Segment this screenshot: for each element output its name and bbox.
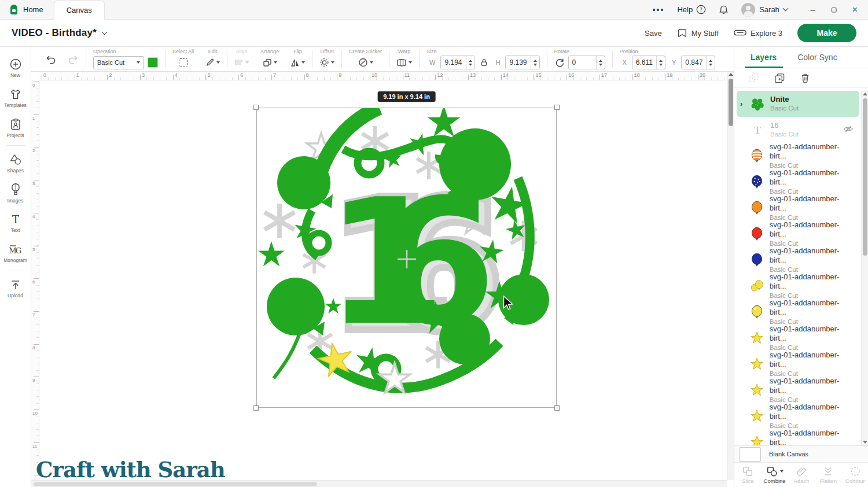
project-title[interactable]: VIDEO - Birthday* <box>12 27 106 39</box>
rotate-icon[interactable] <box>554 57 565 68</box>
save-button[interactable]: Save <box>645 29 662 38</box>
expand-chevron-icon[interactable]: › <box>740 99 749 108</box>
canvas-tab[interactable]: Canvas <box>54 0 105 20</box>
sidebar-item-text[interactable]: T Text <box>0 208 31 238</box>
sidebar-item-new[interactable]: New <box>0 53 31 83</box>
layer-row[interactable]: svg-01-addanumber-birt... Basic Cut <box>734 221 862 247</box>
sidebar-item-shapes[interactable]: Shapes <box>0 148 31 178</box>
sidebar-item-templates[interactable]: Templates <box>0 83 31 113</box>
sidebar-item-monogram[interactable]: MG Monogram <box>0 238 31 268</box>
undo-button[interactable] <box>45 54 57 65</box>
window-maximize-button[interactable] <box>830 6 837 13</box>
canvas-horizontal-scrollbar[interactable] <box>31 480 727 487</box>
window-close-button[interactable]: × <box>852 5 858 15</box>
ruler-h-number: 7 <box>273 72 276 78</box>
layer-row[interactable]: svg-01-addanumber-birt... Basic Cut <box>734 143 862 169</box>
layer-row[interactable]: T 16 Basic Cut <box>734 117 862 143</box>
ruler-v-number: 7 <box>32 312 35 318</box>
scrollbar-thumb[interactable] <box>729 79 733 126</box>
flip-button[interactable] <box>290 58 305 67</box>
rotate-input[interactable]: 0 <box>568 56 605 69</box>
layer-thumbnail <box>749 382 765 399</box>
arrange-caret-icon <box>274 61 277 64</box>
layer-row[interactable]: svg-01-addanumber-birt... Basic Cut <box>734 325 862 351</box>
operation-select[interactable]: Basic Cut <box>93 56 144 69</box>
rotate-stepper[interactable] <box>596 56 605 69</box>
height-stepper[interactable] <box>531 56 539 69</box>
offset-button[interactable] <box>319 58 334 67</box>
height-input[interactable]: 9.139 <box>505 56 539 69</box>
scroll-up-arrow[interactable] <box>863 93 867 95</box>
canvas-vertical-scrollbar[interactable] <box>727 72 734 480</box>
scrollbar-thumb[interactable] <box>863 98 867 256</box>
color-swatch[interactable] <box>148 57 158 68</box>
selection-handle-top-right[interactable] <box>554 105 560 110</box>
create-sticker-button[interactable] <box>358 58 373 67</box>
layer-hidden-eye-icon[interactable] <box>843 124 854 136</box>
x-stepper[interactable] <box>656 56 665 69</box>
y-stepper[interactable] <box>706 56 715 69</box>
warp-button[interactable] <box>396 58 412 67</box>
selection-handle-bottom-right[interactable] <box>554 405 560 411</box>
explore-machine-button[interactable]: Explore 3 <box>734 29 782 38</box>
lock-ratio-icon[interactable] <box>480 58 488 67</box>
duplicate-icon[interactable] <box>774 73 785 83</box>
help-button[interactable]: Help ? <box>677 5 706 14</box>
tab-layers[interactable]: Layers <box>751 53 777 62</box>
selection-handle-top-left[interactable] <box>253 105 259 110</box>
window-minimize-button[interactable]: – <box>811 5 815 14</box>
scrollbar-thumb[interactable] <box>34 482 317 486</box>
make-label: Make <box>816 28 837 38</box>
selection-handle-bottom-left[interactable] <box>253 405 259 411</box>
slice-button[interactable]: Slice <box>734 463 761 487</box>
layer-operation: Basic Cut <box>770 104 799 112</box>
align-button[interactable] <box>234 58 249 67</box>
y-input[interactable]: 0.847 <box>681 56 715 69</box>
layer-row[interactable]: svg-01-addanumber-birt... Basic Cut <box>734 429 862 445</box>
layer-row[interactable]: svg-01-addanumber-birt... Basic Cut <box>734 351 862 377</box>
layer-row[interactable]: svg-01-addanumber-birt... Basic Cut <box>734 273 862 299</box>
width-stepper[interactable] <box>466 56 475 69</box>
user-menu[interactable]: Sarah <box>741 3 788 17</box>
ruler-v-number: 0 <box>32 83 35 88</box>
scroll-up-arrow[interactable] <box>729 73 733 76</box>
make-button[interactable]: Make <box>797 24 856 42</box>
layer-row[interactable]: svg-01-addanumber-birt... Basic Cut <box>734 299 862 325</box>
x-input[interactable]: 6.611 <box>632 56 665 69</box>
panel-tabs: Layers Color Sync <box>734 47 868 68</box>
blank-canvas-row[interactable]: Blank Canvas <box>734 445 868 463</box>
combine-button[interactable]: Combine <box>761 463 788 487</box>
layer-row[interactable]: svg-01-addanumber-birt... Basic Cut <box>734 403 862 429</box>
design-canvas[interactable]: 01234567891011121314151617181920 0123456… <box>31 72 734 487</box>
edit-button[interactable] <box>205 58 220 67</box>
redo-button[interactable] <box>67 54 79 65</box>
sidebar-item-projects[interactable]: Projects <box>0 113 31 143</box>
layer-row[interactable]: svg-01-addanumber-birt... Basic Cut <box>734 377 862 403</box>
layer-row[interactable]: svg-01-addanumber-birt... Basic Cut <box>734 169 862 195</box>
ruler-v-number: 3 <box>32 181 35 186</box>
more-menu-button[interactable]: ••• <box>653 5 665 14</box>
attach-button[interactable]: Attach <box>788 463 815 487</box>
sidebar-item-images[interactable]: Images <box>0 178 31 208</box>
sidebar-item-upload[interactable]: Upload <box>0 274 31 304</box>
width-input[interactable]: 9.194 <box>440 56 475 69</box>
save-label: Save <box>645 29 662 38</box>
arrange-button[interactable] <box>263 58 277 67</box>
ruler-h-number: 8 <box>306 72 309 78</box>
layer-row[interactable]: › Unite Basic Cut <box>737 91 859 117</box>
select-all-button[interactable] <box>179 58 187 67</box>
contour-button[interactable]: Contour <box>842 463 868 487</box>
my-stuff-button[interactable]: My Stuff <box>677 28 719 38</box>
layer-row[interactable]: svg-01-addanumber-birt... Basic Cut <box>734 195 862 221</box>
selected-design[interactable]: 9.19 in x 9.14 in 16 <box>256 108 557 408</box>
panel-scrollbar[interactable] <box>861 91 868 445</box>
scroll-down-arrow[interactable] <box>863 441 867 444</box>
layer-row[interactable]: svg-01-addanumber-birt... Basic Cut <box>734 247 862 273</box>
group-icon[interactable] <box>748 73 759 83</box>
flatten-button[interactable]: Flatten <box>815 463 841 487</box>
notifications-bell-icon[interactable] <box>719 5 729 15</box>
trash-icon[interactable] <box>800 73 810 83</box>
tab-color-sync[interactable]: Color Sync <box>797 53 837 62</box>
home-tab[interactable]: Home <box>0 0 54 19</box>
design-artwork[interactable]: 16 <box>256 108 557 408</box>
